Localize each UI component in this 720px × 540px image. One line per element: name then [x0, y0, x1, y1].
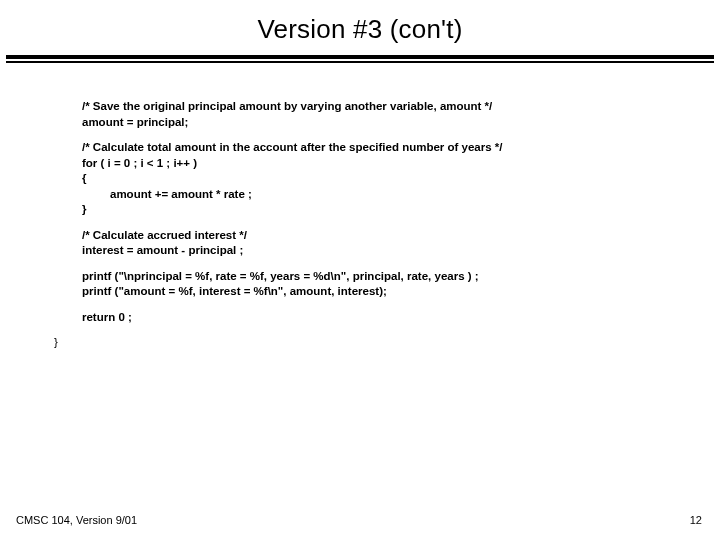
code-line: for ( i = 0 ; i < 1 ; i++ ): [82, 156, 660, 172]
code-line: /* Calculate accrued interest */: [82, 228, 660, 244]
code-line: {: [82, 171, 660, 187]
code-line: amount += amount * rate ;: [82, 187, 660, 203]
slide-body: /* Save the original principal amount by…: [0, 63, 720, 351]
code-line: /* Save the original principal amount by…: [82, 99, 660, 115]
code-closing-brace: }: [54, 335, 660, 351]
code-line: printf ("amount = %f, interest = %f\n", …: [82, 284, 660, 300]
code-block-3: /* Calculate accrued interest */ interes…: [82, 228, 660, 259]
rule-thick: [6, 55, 714, 59]
code-block-5: return 0 ;: [82, 310, 660, 326]
slide-title: Version #3 (con't): [0, 0, 720, 55]
code-block-1: /* Save the original principal amount by…: [82, 99, 660, 130]
code-line: return 0 ;: [82, 310, 660, 326]
code-line: }: [82, 202, 660, 218]
title-rule: [0, 55, 720, 63]
code-block-2: /* Calculate total amount in the account…: [82, 140, 660, 218]
code-block-4: printf ("\nprincipal = %f, rate = %f, ye…: [82, 269, 660, 300]
footer-page-number: 12: [690, 514, 702, 526]
code-line: /* Calculate total amount in the account…: [82, 140, 660, 156]
slide: Version #3 (con't) /* Save the original …: [0, 0, 720, 540]
code-line: interest = amount - principal ;: [82, 243, 660, 259]
code-line: amount = principal;: [82, 115, 660, 131]
code-line: printf ("\nprincipal = %f, rate = %f, ye…: [82, 269, 660, 285]
footer-left: CMSC 104, Version 9/01: [16, 514, 137, 526]
